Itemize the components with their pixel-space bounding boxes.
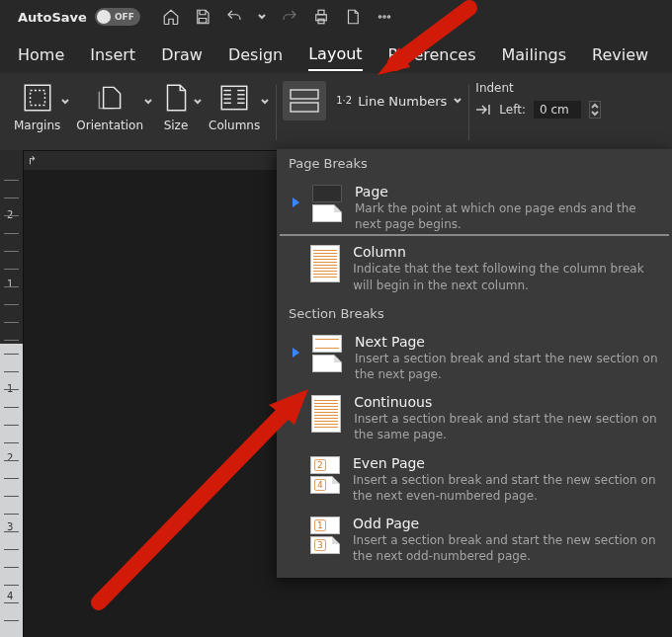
breaks-icon — [289, 88, 320, 114]
menu-item-column[interactable]: Column Indicate that the text following … — [277, 238, 672, 298]
undo-icon[interactable] — [225, 8, 243, 26]
tab-home[interactable]: Home — [18, 45, 64, 70]
breaks-menu: Page Breaks Page Mark the point at which… — [277, 148, 672, 578]
menu-item-title: Next Page — [355, 334, 660, 350]
svg-point-4 — [383, 16, 385, 18]
title-bar: AutoSave OFF — [0, 0, 672, 34]
menu-item-description: Insert a section break and start the new… — [353, 472, 660, 504]
menu-item-description: Mark the point at which one page ends an… — [355, 200, 660, 232]
menu-item-title: Odd Page — [353, 516, 660, 531]
orientation-chevron-icon[interactable] — [143, 95, 153, 110]
tab-mailings[interactable]: Mailings — [501, 45, 566, 70]
svg-rect-8 — [221, 86, 247, 109]
tab-layout[interactable]: Layout — [308, 44, 362, 71]
indent-left-icon — [475, 104, 491, 116]
indent-left-label: Left: — [499, 103, 526, 117]
tab-insert[interactable]: Insert — [90, 45, 135, 70]
svg-rect-1 — [318, 10, 324, 15]
quick-access-toolbar — [162, 8, 393, 26]
ruler-number: 1 — [7, 279, 13, 289]
menu-header-page-breaks: Page Breaks — [277, 149, 672, 178]
breaks-button[interactable] — [283, 81, 326, 120]
menu-item-continuous[interactable]: Continuous Insert a section break and st… — [277, 388, 672, 448]
indent-group: Indent Left: 0 cm — [475, 81, 601, 119]
autosave-toggle[interactable]: AutoSave OFF — [18, 8, 140, 26]
svg-rect-17 — [291, 90, 318, 99]
menu-item-description: Insert a section break and start the new… — [353, 532, 660, 564]
redo-icon[interactable] — [281, 8, 298, 26]
columns-chevron-icon[interactable] — [260, 95, 270, 110]
menu-item-description: Insert a section break and start the new… — [354, 411, 660, 442]
autosave-switch[interactable]: OFF — [95, 8, 140, 26]
line-numbers-button[interactable]: 1·2 Line Numbers — [336, 94, 462, 109]
orientation-button[interactable]: Orientation — [76, 81, 143, 132]
menu-item-title: Page — [355, 184, 660, 199]
tab-draw[interactable]: Draw — [161, 45, 203, 70]
save-icon[interactable] — [194, 8, 211, 26]
size-icon — [159, 81, 193, 115]
line-numbers-chevron-icon — [453, 94, 462, 109]
more-icon[interactable] — [376, 8, 393, 26]
menu-item-page[interactable]: Page Mark the point at which one page en… — [277, 178, 672, 238]
menu-item-even-page[interactable]: Even Page Insert a section break and sta… — [277, 449, 672, 510]
ribbon-divider — [276, 85, 277, 140]
svg-rect-0 — [316, 15, 327, 21]
print-icon[interactable] — [312, 8, 330, 26]
menu-item-title: Even Page — [353, 455, 660, 471]
menu-item-next-page[interactable]: Next Page Insert a section break and sta… — [277, 328, 672, 388]
tab-references[interactable]: References — [388, 45, 476, 70]
margins-icon — [21, 81, 54, 115]
menu-item-description: Insert a section break and start the new… — [355, 351, 660, 382]
autosave-label: AutoSave — [18, 10, 87, 25]
svg-point-5 — [387, 16, 389, 18]
home-icon[interactable] — [162, 8, 180, 26]
svg-marker-21 — [293, 348, 299, 358]
size-button[interactable]: Size — [159, 81, 193, 132]
columns-icon — [217, 81, 251, 115]
svg-point-3 — [378, 16, 380, 18]
spinner-up-icon[interactable] — [590, 102, 600, 110]
ribbon-tabs: HomeInsertDrawDesignLayoutReferencesMail… — [0, 34, 672, 73]
menu-header-section-breaks: Section Breaks — [277, 299, 672, 328]
ribbon-divider — [468, 85, 469, 140]
svg-rect-18 — [291, 103, 318, 112]
orientation-icon — [93, 81, 126, 115]
svg-rect-7 — [30, 91, 44, 106]
indent-left-value[interactable]: 0 cm — [534, 101, 581, 119]
ruler-number: 2 — [7, 452, 13, 463]
menu-item-title: Column — [353, 244, 660, 260]
tab-design[interactable]: Design — [228, 45, 283, 70]
menu-item-odd-page[interactable]: Odd Page Insert a section break and star… — [277, 510, 672, 570]
margins-button[interactable]: Margins — [14, 81, 60, 132]
ruler-number: 4 — [7, 591, 13, 601]
svg-rect-6 — [25, 85, 50, 111]
indent-left-spinner[interactable] — [589, 101, 601, 119]
size-chevron-icon[interactable] — [193, 95, 203, 110]
tab-review[interactable]: Review — [592, 45, 648, 70]
vertical-ruler[interactable]: 1234 21 — [0, 150, 24, 637]
undo-dropdown-icon[interactable] — [257, 10, 267, 25]
line-numbers-label: Line Numbers — [358, 94, 447, 109]
menu-item-title: Continuous — [354, 394, 660, 410]
menu-item-description: Indicate that the text following the col… — [353, 261, 660, 292]
new-document-icon[interactable] — [344, 8, 362, 26]
margins-chevron-icon[interactable] — [60, 95, 70, 110]
columns-button[interactable]: Columns — [209, 81, 260, 132]
svg-marker-20 — [293, 198, 299, 207]
spinner-down-icon[interactable] — [590, 110, 600, 118]
svg-rect-2 — [318, 19, 324, 24]
indent-heading: Indent — [475, 81, 601, 95]
ribbon-layout: Margins Orientation Size Columns 1·2 Lin… — [0, 73, 672, 150]
line-numbers-prefix: 1·2 — [336, 96, 352, 106]
